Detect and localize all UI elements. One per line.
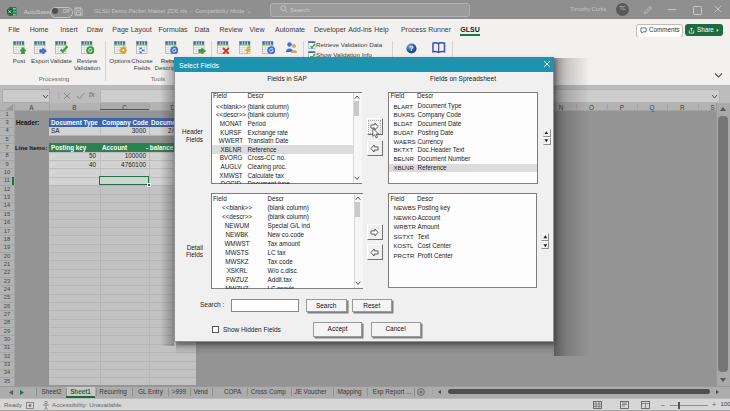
svg-text:?: ? xyxy=(409,44,413,53)
